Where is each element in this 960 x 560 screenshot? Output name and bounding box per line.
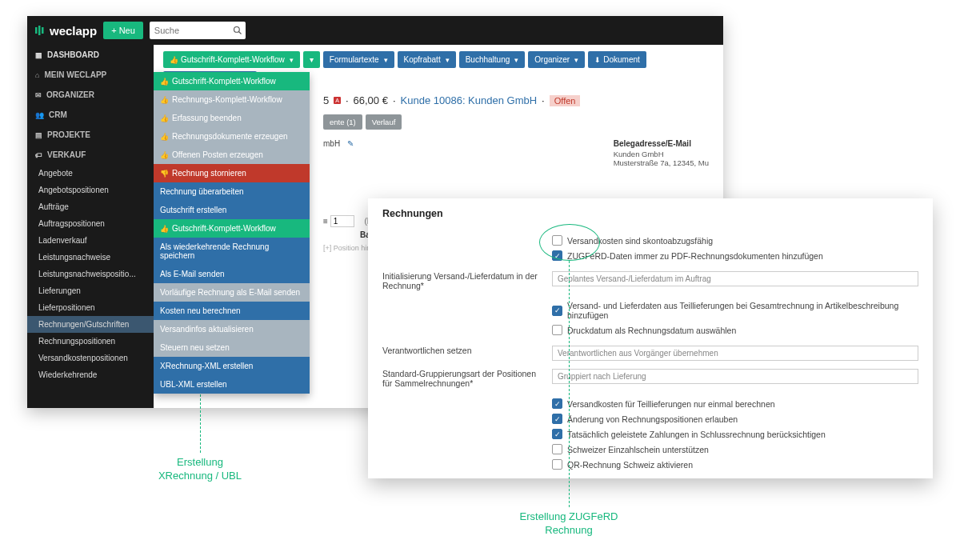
annotation-label-xrechnung: ErstellungXRechnung / UBL: [152, 456, 248, 483]
dd-label: Vorläufige Rechnung als E-Mail senden: [160, 288, 300, 297]
dd-item[interactable]: Steuern neu setzen: [154, 338, 310, 357]
nav-auftraege[interactable]: Aufträge: [27, 198, 154, 215]
sel-verantwortlichen[interactable]: [552, 346, 918, 361]
dd-item[interactable]: Versandinfos aktualisieren: [154, 320, 310, 338]
dd-label: Offenen Posten erzeugen: [172, 150, 263, 159]
kopfrabatt-button[interactable]: Kopfrabatt: [398, 51, 456, 68]
thumbs-icon: 👍: [160, 151, 169, 159]
drag-handle-icon[interactable]: ≡: [323, 217, 328, 226]
nav-rechnungen-gutschriften[interactable]: Rechnungen/Gutschriften: [27, 316, 154, 333]
tab-dokumente[interactable]: ente (1): [323, 114, 362, 130]
thumbs-icon: 👎: [160, 170, 169, 178]
dd-label: Kosten neu berechnen: [160, 306, 241, 315]
nav-mein-weclapp[interactable]: ⌂MEIN WECLAPP: [27, 65, 154, 85]
dd-item[interactable]: 👍Gutschrift-Komplett-Workflow: [154, 72, 310, 90]
new-button[interactable]: + Neu: [103, 22, 143, 39]
formulartexte-button[interactable]: Formulartexte: [323, 51, 394, 68]
sel-init-versand[interactable]: [552, 271, 918, 286]
belegadresse-line1: Kunden GmbH: [614, 150, 709, 158]
nav-angebotspositionen[interactable]: Angebotspositionen: [27, 182, 154, 198]
buchhaltung-button[interactable]: Buchhaltung: [459, 51, 526, 68]
annotation-label-zugferd: Erstellung ZUGFeRDRechnung: [509, 510, 629, 538]
dd-label: UBL-XML erstellen: [160, 380, 227, 389]
cb-versandkosten-skonto[interactable]: Versandkosten sind skontoabzugsfähig: [552, 233, 918, 248]
status-badge: Offen: [550, 95, 581, 106]
belegadresse-line2: Musterstraße 7a, 12345, Mu: [614, 158, 709, 167]
cb-druckdatum[interactable]: Druckdatum als Rechnungsdatum auswählen: [552, 322, 918, 338]
customer-short: mbH: [323, 139, 340, 148]
cb-zugferd[interactable]: ✓ZUGFeRD-Daten immer zu PDF-Rechnungsdok…: [552, 248, 918, 263]
edit-icon[interactable]: ✎: [347, 139, 354, 148]
mail-icon: ✉: [35, 91, 42, 99]
dd-item[interactable]: 👍Gutschrift-Komplett-Workflow: [154, 219, 310, 238]
dd-item[interactable]: 👍Offenen Posten erzeugen: [154, 146, 310, 164]
dd-label: Als E-Mail senden: [160, 270, 225, 278]
dd-item[interactable]: Vorläufige Rechnung als E-Mail senden: [154, 283, 310, 302]
dd-item[interactable]: 👍Rechnungs-Komplett-Workflow: [154, 90, 310, 109]
organizer-button[interactable]: Organizer: [528, 51, 585, 68]
dd-item[interactable]: 👎Rechnung stornieren: [154, 164, 310, 182]
nav-projekte[interactable]: ▤PROJEKTE: [27, 125, 154, 145]
thumbs-icon: 👍: [160, 78, 169, 86]
dd-item[interactable]: Gutschrift erstellen: [154, 201, 310, 219]
nav-versandkostenpositionen[interactable]: Versandkostenpositionen: [27, 350, 154, 366]
workflow-button[interactable]: 👍Gutschrift-Komplett-Workflow: [163, 51, 300, 68]
nav-auftragspositionen[interactable]: Auftragspositionen: [27, 215, 154, 232]
dokument-button[interactable]: ⬇Dokument: [588, 51, 646, 68]
cb-schweizer-einzahlschein[interactable]: Schweizer Einzahlschein unterstützen: [552, 442, 918, 457]
dd-label: Rechnungs-Komplett-Workflow: [172, 95, 282, 104]
svg-line-4: [238, 32, 241, 34]
dd-item[interactable]: 👍Erfassung beenden: [154, 109, 310, 127]
workflow-dropdown: 👍Gutschrift-Komplett-Workflow👍Rechnungs-…: [154, 72, 310, 394]
svg-point-3: [234, 27, 239, 33]
thumbs-up-icon: 👍: [170, 56, 178, 64]
qty-input[interactable]: [330, 215, 354, 227]
cb-versandkosten-einmal[interactable]: ✓Versandkosten für Teillieferungen nur e…: [552, 396, 918, 411]
tab-verlauf[interactable]: Verlauf: [366, 114, 402, 130]
app-logo: weclapp: [35, 24, 97, 38]
thumbs-icon: 👍: [160, 133, 169, 141]
download-icon: ⬇: [594, 56, 601, 64]
dd-label: Steuern neu setzen: [160, 343, 230, 352]
customer-link[interactable]: Kunde 10086: Kunden GmbH: [401, 94, 538, 106]
thumbs-icon: 👍: [160, 225, 169, 233]
dd-item[interactable]: Als E-Mail senden: [154, 265, 310, 283]
dd-item[interactable]: Rechnung überarbeiten: [154, 182, 310, 201]
lbl-gruppierung: Standard-Gruppierungsart der Positionen …: [382, 369, 542, 388]
cb-zahlungen-schlussrechnung[interactable]: ✓Tatsächlich geleistete Zahlungen in Sch…: [552, 426, 918, 442]
workflow-split-caret[interactable]: ▾: [303, 51, 320, 68]
dd-label: Gutschrift-Komplett-Workflow: [172, 224, 276, 233]
search-input[interactable]: [150, 22, 246, 39]
sel-gruppierung[interactable]: [552, 369, 918, 384]
nav-leistungsnachweise[interactable]: Leistungsnachweise: [27, 249, 154, 266]
topbar: weclapp + Neu: [27, 16, 723, 45]
nav-angebote[interactable]: Angebote: [27, 165, 154, 182]
nav-verkauf[interactable]: 🏷VERKAUF: [27, 145, 154, 165]
dd-item[interactable]: Kosten neu berechnen: [154, 302, 310, 320]
dd-label: Versandinfos aktualisieren: [160, 325, 254, 334]
detail-area: mbH ✎ Belegadresse/E-Mail Kunden GmbH Mu…: [323, 139, 714, 167]
nav-crm[interactable]: 👥CRM: [27, 105, 154, 125]
weclapp-logo-icon: [35, 25, 46, 36]
dd-item[interactable]: 👍Rechnungsdokumente erzeugen: [154, 127, 310, 146]
dd-item[interactable]: XRechnung-XML erstellen: [154, 357, 310, 375]
cb-aenderung-positionen[interactable]: ✓Änderung von Rechnungspositionen erlaub…: [552, 411, 918, 426]
nav-lieferpositionen[interactable]: Lieferpositionen: [27, 299, 154, 316]
nav-ladenverkauf[interactable]: Ladenverkauf: [27, 232, 154, 249]
dd-item[interactable]: Als wiederkehrende Rechnung speichern: [154, 238, 310, 265]
nav-lieferungen[interactable]: Lieferungen: [27, 282, 154, 299]
cb-qr-rechnung-schweiz[interactable]: QR-Rechnung Schweiz aktivieren: [552, 457, 918, 472]
cb-versanddaten-teillieferung[interactable]: ✓Versand- und Lieferdaten aus Teilliefer…: [552, 298, 918, 322]
nav-dashboard[interactable]: ▦DASHBOARD: [27, 45, 154, 65]
nav-rechnungspositionen[interactable]: Rechnungspositionen: [27, 333, 154, 350]
lbl-verantwortlichen: Verantwortlichen setzen: [382, 346, 542, 355]
settings-header: Rechnungen: [382, 208, 918, 219]
search-box: [150, 22, 246, 39]
nav-wiederkehrende[interactable]: Wiederkehrende: [27, 366, 154, 383]
dd-item[interactable]: UBL-XML erstellen: [154, 375, 310, 394]
nav-organizer[interactable]: ✉ORGANIZER: [27, 85, 154, 105]
dd-label: Erfassung beenden: [172, 114, 242, 122]
doc-number: 5: [323, 94, 329, 106]
thumbs-icon: 👍: [160, 96, 169, 104]
nav-leistungsnachweispositionen[interactable]: Leistungsnachweispositio...: [27, 266, 154, 282]
